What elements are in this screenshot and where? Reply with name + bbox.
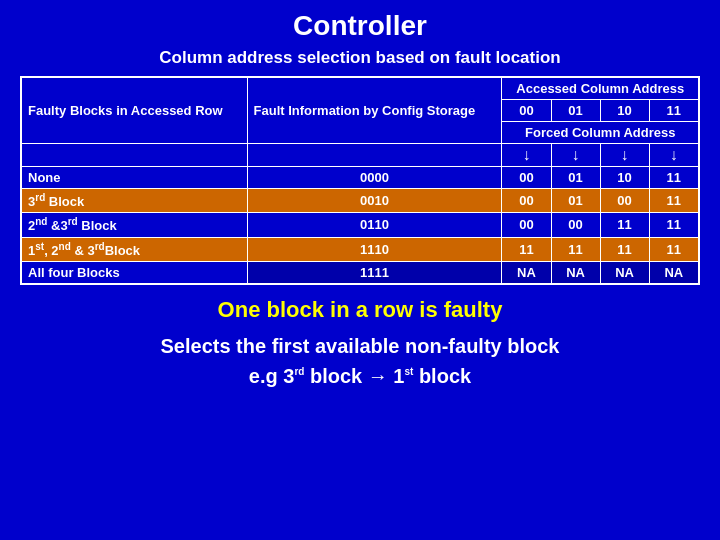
- faulty-3rd: 3rd Block: [21, 189, 247, 213]
- fault-info-all: 1111: [247, 261, 502, 284]
- subtitle: Column address selection based on fault …: [159, 48, 560, 68]
- table-row: None 0000 00 01 10 11: [21, 167, 699, 189]
- arrow-col-11: ↓: [649, 144, 699, 167]
- val-3rd-01: 01: [551, 189, 600, 213]
- val-all-01: NA: [551, 261, 600, 284]
- val-all-11: NA: [649, 261, 699, 284]
- arrow-row: ↓ ↓ ↓ ↓: [21, 144, 699, 167]
- fault-table: Faulty Blocks in Accessed Row Fault Info…: [20, 76, 700, 285]
- bottom-text: Selects the first available non-faulty b…: [160, 331, 559, 391]
- val-all-00: NA: [502, 261, 551, 284]
- val-all-10: NA: [600, 261, 649, 284]
- val-2nd3rd-00: 00: [502, 213, 551, 237]
- bottom-line-2: e.g 3rd block → 1st block: [249, 365, 471, 387]
- arrow-col-10: ↓: [600, 144, 649, 167]
- table-row: 2nd &3rd Block 0110 00 00 11 11: [21, 213, 699, 237]
- table-row: 1st, 2nd & 3rdBlock 1110 11 11 11 11: [21, 237, 699, 261]
- yellow-text: One block in a row is faulty: [218, 297, 503, 323]
- fault-info-3rd: 0010: [247, 189, 502, 213]
- val-1st2nd3rd-00: 11: [502, 237, 551, 261]
- val-none-01: 01: [551, 167, 600, 189]
- arrow-placeholder-2: [247, 144, 502, 167]
- page-title: Controller: [293, 10, 427, 42]
- val-3rd-00: 00: [502, 189, 551, 213]
- faulty-all: All four Blocks: [21, 261, 247, 284]
- val-2nd3rd-11: 11: [649, 213, 699, 237]
- val-none-00: 00: [502, 167, 551, 189]
- accessed-col-header: Accessed Column Address: [502, 77, 699, 100]
- arrow-placeholder-1: [21, 144, 247, 167]
- val-2nd3rd-01: 00: [551, 213, 600, 237]
- val-3rd-10: 00: [600, 189, 649, 213]
- fault-info-1st-2nd-3rd: 1110: [247, 237, 502, 261]
- arrow-col-01: ↓: [551, 144, 600, 167]
- fault-info-2nd-3rd: 0110: [247, 213, 502, 237]
- main-table-wrapper: Faulty Blocks in Accessed Row Fault Info…: [20, 76, 700, 285]
- val-none-10: 10: [600, 167, 649, 189]
- faulty-2nd-3rd: 2nd &3rd Block: [21, 213, 247, 237]
- val-1st2nd3rd-10: 11: [600, 237, 649, 261]
- val-2nd3rd-10: 11: [600, 213, 649, 237]
- col-10-header: 10: [600, 100, 649, 122]
- col-11-header: 11: [649, 100, 699, 122]
- faulty-blocks-header: Faulty Blocks in Accessed Row: [21, 77, 247, 144]
- val-none-11: 11: [649, 167, 699, 189]
- faulty-1st-2nd-3rd: 1st, 2nd & 3rdBlock: [21, 237, 247, 261]
- header-row-1: Faulty Blocks in Accessed Row Fault Info…: [21, 77, 699, 100]
- table-row: All four Blocks 1111 NA NA NA NA: [21, 261, 699, 284]
- col-00-header: 00: [502, 100, 551, 122]
- forced-col-header: Forced Column Address: [502, 122, 699, 144]
- faulty-none: None: [21, 167, 247, 189]
- val-1st2nd3rd-01: 11: [551, 237, 600, 261]
- col-01-header: 01: [551, 100, 600, 122]
- val-1st2nd3rd-11: 11: [649, 237, 699, 261]
- bottom-line-1: Selects the first available non-faulty b…: [160, 335, 559, 357]
- table-row: 3rd Block 0010 00 01 00 11: [21, 189, 699, 213]
- arrow-col-00: ↓: [502, 144, 551, 167]
- fault-info-none: 0000: [247, 167, 502, 189]
- fault-info-header: Fault Information by Config Storage: [247, 77, 502, 144]
- val-3rd-11: 11: [649, 189, 699, 213]
